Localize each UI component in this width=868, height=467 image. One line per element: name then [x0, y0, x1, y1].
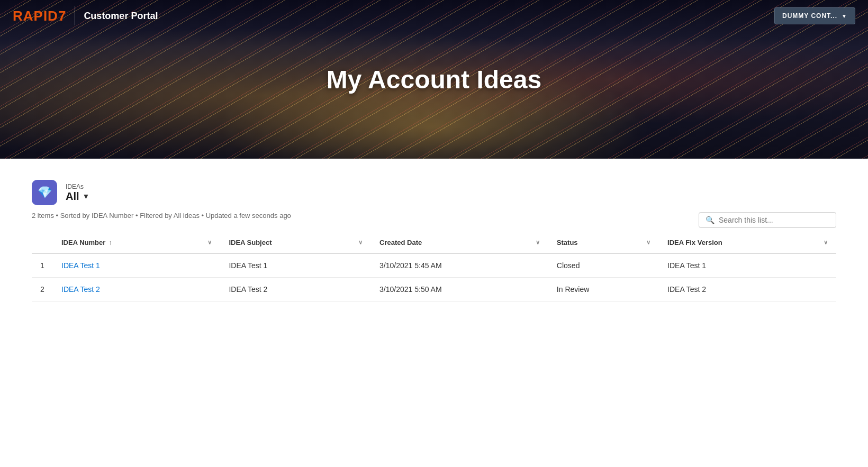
idea-number-link[interactable]: IDEA Test 1: [61, 261, 100, 270]
col-created-date-label: Created Date: [379, 239, 422, 246]
row-subject: IDEA Test 1: [220, 253, 371, 278]
col-row-number: [32, 232, 53, 253]
col-status-label: Status: [557, 239, 578, 246]
ideas-table: IDEA Number ↑ ∨ IDEA Subject ∨ Created D…: [32, 232, 836, 301]
portal-title: Customer Portal: [84, 11, 158, 22]
row-created-date: 3/10/2021 5:50 AM: [371, 278, 548, 301]
col-created-date[interactable]: Created Date ∨: [371, 232, 548, 253]
logo-icon: 7: [58, 8, 66, 24]
user-dropdown-button[interactable]: DUMMY CONT... ▼: [774, 7, 855, 24]
search-container[interactable]: 🔍: [699, 212, 836, 228]
row-number: 2: [32, 278, 53, 301]
list-meta: 2 items • Sorted by IDEA Number • Filter…: [32, 212, 291, 219]
col-status[interactable]: Status ∨: [548, 232, 659, 253]
col-fix-version-label: IDEA Fix Version: [667, 239, 722, 246]
main-content: 💎 IDEAs All ▼ 2 items • Sorted by IDEA N…: [0, 159, 868, 467]
ideas-filter-row: All ▼: [66, 190, 89, 203]
col-subject-chevron-icon: ∨: [358, 239, 363, 246]
col-fix-version-chevron-icon: ∨: [824, 239, 828, 246]
row-idea-number: IDEA Test 1: [53, 253, 220, 278]
ideas-filter-value: All: [66, 190, 79, 203]
col-chevron-icon: ∨: [207, 239, 212, 246]
col-status-chevron-icon: ∨: [646, 239, 650, 246]
page-title: My Account Ideas: [327, 65, 541, 94]
ideas-label-group: IDEAs All ▼: [66, 183, 89, 203]
diamond-icon: 💎: [38, 186, 52, 199]
col-idea-number[interactable]: IDEA Number ↑ ∨: [53, 232, 220, 253]
hero-section: RAPID7 Customer Portal DUMMY CONT... ▼ M…: [0, 0, 868, 159]
col-idea-subject[interactable]: IDEA Subject ∨: [220, 232, 371, 253]
logo-text: RAPID7: [13, 8, 66, 24]
ideas-header: 💎 IDEAs All ▼: [32, 180, 836, 205]
table-header-row: IDEA Number ↑ ∨ IDEA Subject ∨ Created D…: [32, 232, 836, 253]
ideas-icon: 💎: [32, 180, 57, 205]
col-idea-number-label: IDEA Number: [61, 239, 105, 246]
row-idea-number: IDEA Test 2: [53, 278, 220, 301]
sort-asc-icon: ↑: [108, 239, 112, 246]
ideas-filter-dropdown[interactable]: ▼: [83, 192, 90, 200]
row-fix-version: IDEA Test 1: [659, 253, 836, 278]
dropdown-arrow-icon: ▼: [842, 13, 847, 19]
logo-divider: [75, 6, 75, 25]
ideas-label: IDEAs: [66, 183, 89, 190]
col-created-chevron-icon: ∨: [536, 239, 540, 246]
col-fix-version[interactable]: IDEA Fix Version ∨: [659, 232, 836, 253]
search-input[interactable]: [719, 216, 829, 224]
col-idea-subject-label: IDEA Subject: [229, 239, 272, 246]
row-number: 1: [32, 253, 53, 278]
user-dropdown-label: DUMMY CONT...: [782, 12, 837, 20]
row-created-date: 3/10/2021 5:45 AM: [371, 253, 548, 278]
logo-rapid: RAPID: [13, 8, 58, 24]
row-fix-version: IDEA Test 2: [659, 278, 836, 301]
top-navigation: RAPID7 Customer Portal DUMMY CONT... ▼: [0, 0, 868, 32]
table-row: 1 IDEA Test 1 IDEA Test 1 3/10/2021 5:45…: [32, 253, 836, 278]
logo: RAPID7: [13, 8, 66, 24]
table-row: 2 IDEA Test 2 IDEA Test 2 3/10/2021 5:50…: [32, 278, 836, 301]
row-status: Closed: [548, 253, 659, 278]
row-status: In Review: [548, 278, 659, 301]
search-icon: 🔍: [706, 216, 715, 224]
list-toolbar-row: 2 items • Sorted by IDEA Number • Filter…: [32, 212, 836, 228]
row-subject: IDEA Test 2: [220, 278, 371, 301]
idea-number-link[interactable]: IDEA Test 2: [61, 285, 100, 294]
